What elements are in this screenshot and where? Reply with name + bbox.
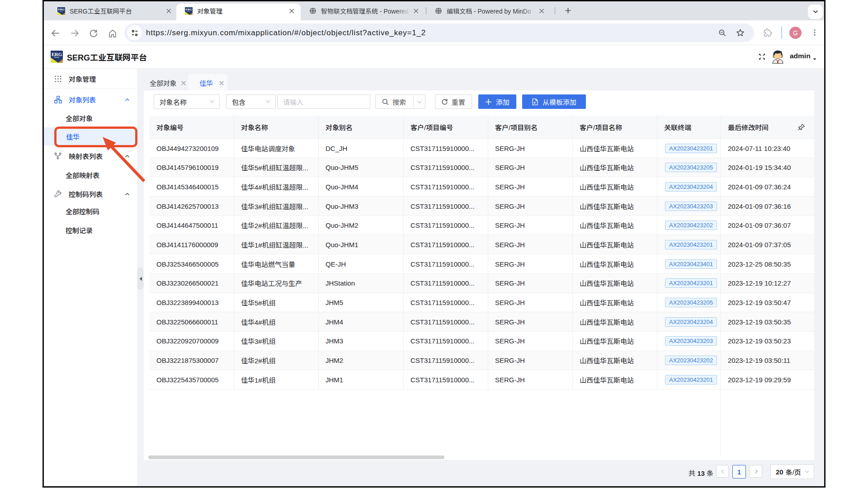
svg-text:Sample: Sample [54, 56, 60, 58]
svg-text:Sample: Sample [60, 11, 63, 12]
svg-text:Sample: Sample [187, 11, 191, 12]
svg-text:ERG: ERG [185, 8, 192, 11]
svg-text:ERG: ERG [58, 8, 65, 11]
svg-text:ERG: ERG [52, 52, 62, 57]
